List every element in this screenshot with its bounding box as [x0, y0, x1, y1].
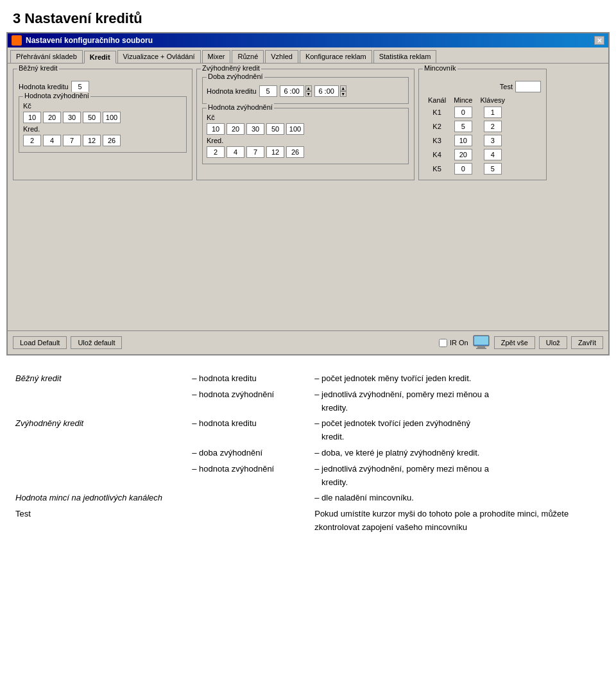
zvyhodneny-kred-val-1[interactable] — [207, 146, 225, 158]
zvyhodneny-kred-val-3[interactable] — [246, 146, 264, 158]
zvyhodneny-hodnota-kreditu-input[interactable] — [259, 85, 277, 97]
spin-up-1[interactable]: ▲ — [305, 85, 312, 91]
doc-col2-5: – hodnota zvýhodnění — [189, 461, 312, 491]
doc-row-4: – doba zvýhodnění – doba, ve které je pl… — [13, 445, 603, 461]
doc-col3-7: Pokud umístíte kurzor myši do tohoto pol… — [312, 506, 603, 536]
time-input-2[interactable] — [314, 85, 339, 97]
mince-k3-input[interactable] — [454, 135, 472, 146]
bezny-kred-label: Kred. — [23, 125, 40, 133]
bezny-kc-val-5[interactable] — [103, 112, 121, 123]
mincovnik-legend: Mincovník — [423, 64, 458, 72]
bezny-hodnota-kreditu-input[interactable] — [71, 81, 89, 92]
zvyhodneny-kc-val-3[interactable] — [246, 123, 264, 135]
spin-down-1[interactable]: ▼ — [305, 91, 312, 97]
doc-content: Běžný kredit – hodnota kreditu – počet j… — [0, 366, 616, 549]
doc-col2-6 — [189, 490, 312, 506]
bezny-kc-label: Kč — [23, 102, 31, 110]
ir-on-checkbox[interactable] — [439, 339, 447, 347]
zvyhodneny-kred-val-4[interactable] — [266, 146, 284, 158]
bezny-hodnota-kreditu-label: Hodnota kreditu — [19, 83, 69, 90]
tab-konfigurace[interactable]: Konfigurace reklam — [300, 50, 372, 63]
bezny-kred-val-3[interactable] — [63, 135, 81, 146]
doc-col1-3: Zvýhodněný kredit — [13, 416, 189, 445]
tab-ruzne[interactable]: Různé — [232, 50, 264, 63]
col-kanal-header: Kanál — [424, 95, 450, 105]
uloz-button[interactable]: Ulož — [539, 336, 567, 349]
kanal-k3: K3 — [424, 133, 450, 148]
zvyhodneny-kred-inputs-row — [207, 146, 404, 158]
bezny-kred-label-row: Kred. — [23, 125, 182, 133]
doc-col2-4: – doba zvýhodnění — [189, 445, 312, 461]
ir-on-text: IR On — [450, 339, 468, 346]
mince-k2-input[interactable] — [454, 121, 472, 132]
zvyhodneny-kred-val-2[interactable] — [227, 146, 244, 158]
doc-col3-3: – počet jednotek tvořící jeden zvýhodněn… — [312, 416, 603, 445]
bezny-kred-inputs-row — [23, 135, 182, 146]
zvyhodneny-kc-val-4[interactable] — [266, 123, 284, 135]
zvyhodneny-hodnota-zvyhodneni-box: Hodnota zvýhodnění Kč Kred. — [202, 108, 409, 164]
tab-vizualizace[interactable]: Vizualizace + Ovládání — [117, 50, 201, 63]
table-row: K5 — [424, 162, 509, 176]
mince-k5-input[interactable] — [454, 163, 472, 175]
doc-col1-1: Běžný kredit — [13, 371, 189, 387]
doc-col3-1: – počet jednotek měny tvořící jeden kred… — [312, 371, 603, 387]
doc-col2-7 — [189, 506, 312, 536]
time-group-1: ▲ ▼ — [280, 85, 312, 97]
bezny-hodnota-zvyhodneni-box: Hodnota zvýhodnění Kč Kred. — [19, 96, 187, 153]
panels-row: Běžný kredit Hodnota kreditu Hodnota zvý… — [13, 69, 603, 180]
doc-row-1: Běžný kredit – hodnota kreditu – počet j… — [13, 371, 603, 387]
tab-vzhled[interactable]: Vzhled — [265, 50, 298, 63]
klavesy-k5-input[interactable] — [484, 163, 502, 175]
window-close-button[interactable]: ✕ — [594, 36, 604, 45]
bezny-kred-val-5[interactable] — [103, 135, 121, 146]
mince-k4-input[interactable] — [454, 149, 472, 160]
zvyhodneny-kc-val-2[interactable] — [227, 123, 244, 135]
spin-up-2[interactable]: ▲ — [340, 85, 346, 91]
mincovnik-panel: Mincovník Test Kanál Mince Klávesy — [418, 69, 547, 180]
spin-down-2[interactable]: ▼ — [340, 91, 346, 97]
zavrit-button[interactable]: Zavřít — [571, 336, 603, 349]
tab-kredit[interactable]: Kredit — [84, 51, 116, 64]
window-titlebar: Nastavení konfiguračního souboru ✕ — [8, 33, 608, 47]
klavesy-k1-input[interactable] — [484, 107, 502, 118]
tab-prehravani[interactable]: Přehrávání skladeb — [10, 50, 83, 63]
bezny-kred-val-1[interactable] — [23, 135, 41, 146]
tab-statistika[interactable]: Statistika reklam — [373, 50, 437, 63]
uloz-default-button[interactable]: Ulož default — [71, 336, 122, 349]
mincovnik-content: Test Kanál Mince Klávesy — [424, 81, 541, 176]
klavesy-k2-input[interactable] — [484, 121, 502, 132]
mincovnik-test-input[interactable] — [515, 81, 541, 92]
bezny-kc-val-1[interactable] — [23, 112, 41, 123]
bezny-kc-val-4[interactable] — [83, 112, 101, 123]
doc-col1-5 — [13, 461, 189, 491]
bezny-hodnota-zvyhodneni-legend: Hodnota zvýhodnění — [23, 92, 90, 99]
bezny-kred-val-2[interactable] — [43, 135, 61, 146]
bezny-hodnota-kreditu-row: Hodnota kreditu — [19, 81, 187, 92]
table-row: K3 — [424, 133, 509, 148]
zvyhodneny-kc-inputs-row — [207, 123, 404, 135]
bezny-kredit-legend: Běžný kredit — [17, 64, 59, 72]
zpet-vse-button[interactable]: Zpět vše — [494, 336, 535, 349]
zvyhodneny-kc-val-5[interactable] — [286, 123, 304, 135]
bezny-kc-val-2[interactable] — [43, 112, 61, 123]
zvyhodneny-kc-label-row: Kč — [207, 114, 404, 121]
zvyhodneny-hodnota-kreditu-label: Hodnota kreditu — [207, 87, 257, 95]
time-input-1[interactable] — [280, 85, 304, 97]
content-spacer — [13, 184, 603, 325]
load-default-button[interactable]: Load Default — [13, 336, 67, 349]
bezny-kc-val-3[interactable] — [63, 112, 81, 123]
zvyhodneny-hodnota-kreditu-row: Hodnota kreditu ▲ ▼ ▲ — [207, 85, 404, 97]
bezny-kred-val-4[interactable] — [83, 135, 101, 146]
window-title: Nastavení konfiguračního souboru — [26, 36, 153, 45]
klavesy-k4-input[interactable] — [484, 149, 502, 160]
ir-on-label[interactable]: IR On — [439, 339, 468, 347]
doc-col3-5: – jednotlivá zvýhodnění, poměry mezi měn… — [312, 461, 603, 491]
mince-k1-input[interactable] — [454, 107, 472, 118]
tab-mixer[interactable]: Mixer — [202, 50, 231, 63]
zvyhodneny-kred-val-5[interactable] — [286, 146, 304, 158]
doc-row-7: Test Pokud umístíte kurzor myši do tohot… — [13, 506, 603, 536]
zvyhodneny-kc-val-1[interactable] — [207, 123, 225, 135]
klavesy-k3-input[interactable] — [484, 135, 502, 146]
kanal-k2: K2 — [424, 119, 450, 133]
window-content: Běžný kredit Hodnota kreditu Hodnota zvý… — [8, 64, 608, 330]
